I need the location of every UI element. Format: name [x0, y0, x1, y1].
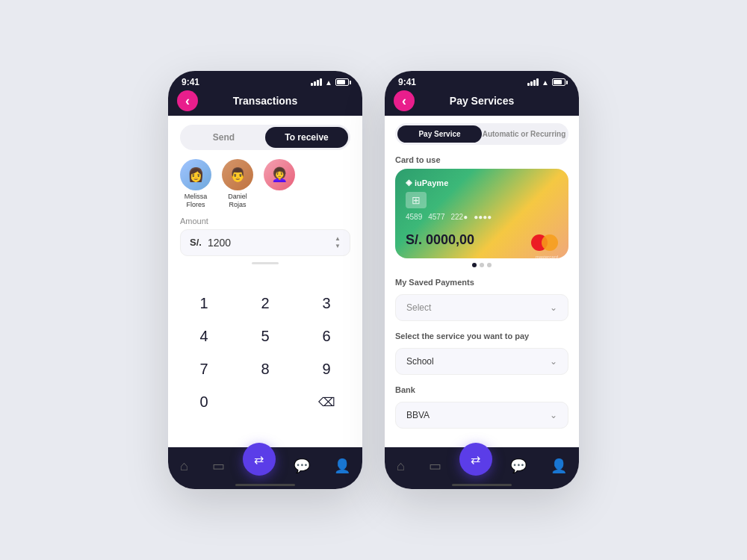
- card-logo: ◈ iuPayme: [406, 178, 558, 187]
- transactions-header: Transactions: [168, 90, 362, 116]
- service-dropdown[interactable]: School ⌄: [395, 348, 568, 375]
- key-2[interactable]: 2: [244, 288, 286, 318]
- numpad-row-2: 4 5 6: [183, 321, 347, 351]
- status-bar-1: 9:41 ▲: [168, 71, 362, 90]
- back-button-2[interactable]: [394, 90, 415, 111]
- contact-name-daniel: DanielRojas: [228, 193, 247, 209]
- status-bar-2: 9:41 ▲: [385, 71, 579, 90]
- amount-value: 1200: [208, 237, 329, 249]
- battery-icon-2: [552, 78, 565, 86]
- send-button[interactable]: Send: [182, 127, 265, 148]
- amount-section: Amount S/. 1200 ▲ ▼: [168, 217, 362, 256]
- status-icons-2: ▲: [527, 78, 565, 87]
- spinner-up[interactable]: ▲: [335, 236, 341, 242]
- send-receive-toggle: Send To receive: [180, 125, 350, 150]
- nav-user-icon[interactable]: 👤: [328, 455, 356, 477]
- status-time-1: 9:41: [182, 77, 199, 87]
- chevron-down-icon-1: ⌄: [550, 302, 557, 313]
- card-number-row: 4589 4577 222● ●●●●: [406, 213, 558, 221]
- chevron-down-icon-3: ⌄: [550, 410, 557, 420]
- key-4[interactable]: 4: [183, 321, 225, 351]
- key-1[interactable]: 1: [183, 288, 225, 318]
- nav-card-icon-2[interactable]: ▭: [423, 455, 447, 477]
- mc-label: mastercard: [536, 255, 558, 258]
- avatar-daniel: 👨: [222, 159, 253, 190]
- key-7[interactable]: 7: [183, 354, 225, 384]
- amount-spinner[interactable]: ▲ ▼: [335, 236, 341, 249]
- amount-label: Amount: [180, 217, 350, 225]
- bottom-nav-1: ⌂ ▭ ⇄ 💬 👤: [168, 447, 362, 489]
- key-9[interactable]: 9: [306, 354, 347, 384]
- tab-pay-service[interactable]: Pay Service: [397, 125, 482, 143]
- backspace-key[interactable]: ⌫: [306, 387, 347, 417]
- key-3[interactable]: 3: [306, 288, 347, 318]
- contacts-row: 👩 MelissaFlores 👨 DanielRojas 👩‍🦱: [168, 159, 362, 209]
- receive-button[interactable]: To receive: [265, 127, 348, 148]
- phone-pay-services: 9:41 ▲ Pay Services Pay S: [385, 71, 579, 489]
- tab-automatic[interactable]: Automatic or Recurring: [482, 125, 566, 143]
- bank-value: BBVA: [406, 410, 430, 420]
- saved-payments-placeholder: Select: [406, 302, 431, 313]
- key-0[interactable]: 0: [183, 387, 225, 417]
- wifi-icon: ▲: [325, 78, 332, 87]
- amount-input-row[interactable]: S/. 1200 ▲ ▼: [180, 229, 350, 256]
- card-logo-text: iuPayme: [415, 178, 448, 187]
- credit-card[interactable]: ◈ iuPayme ⊞ 4589 4577 222● ●●●● S/. 0000…: [395, 169, 568, 258]
- spinner-down[interactable]: ▼: [335, 243, 341, 249]
- home-indicator-1: [235, 484, 295, 486]
- contact-other[interactable]: 👩‍🦱: [264, 159, 295, 209]
- bottom-nav-2: ⌂ ▭ ⇄ 💬 👤: [385, 447, 579, 489]
- card-carousel: ◈ iuPayme ⊞ 4589 4577 222● ●●●● S/. 0000…: [385, 169, 579, 267]
- dot-3: [487, 263, 492, 267]
- card-amount: S/. 0000,00: [406, 232, 474, 248]
- card-num-4: ●●●●: [474, 213, 492, 221]
- status-icons-1: ▲: [311, 78, 349, 87]
- nav-chat-icon-2[interactable]: 💬: [504, 455, 533, 477]
- saved-payments-label: My Saved Payments: [385, 275, 579, 291]
- card-chip: ⊞: [406, 192, 427, 208]
- pay-service-tabs: Pay Service Automatic or Recurring: [395, 123, 568, 145]
- card-logo-icon: ◈: [406, 178, 412, 187]
- dot-1: [472, 263, 477, 267]
- nav-fab-1[interactable]: ⇄: [243, 443, 276, 476]
- card-num-3: 222●: [451, 213, 468, 221]
- currency-label: S/.: [190, 237, 202, 248]
- nav-chat-icon[interactable]: 💬: [288, 455, 316, 477]
- bank-label: Bank: [385, 382, 579, 399]
- contact-melissa[interactable]: 👩 MelissaFlores: [180, 159, 211, 209]
- battery-icon: [335, 78, 349, 86]
- nav-card-icon[interactable]: ▭: [206, 455, 231, 477]
- nav-user-icon-2[interactable]: 👤: [545, 455, 573, 477]
- phone-transactions: 9:41 ▲ Transactions Send To re: [168, 71, 362, 489]
- numpad-row-1: 1 2 3: [183, 288, 347, 318]
- page-title-2: Pay Services: [450, 95, 514, 107]
- home-indicator-2: [452, 484, 512, 486]
- key-6[interactable]: 6: [306, 321, 347, 351]
- contact-daniel[interactable]: 👨 DanielRojas: [222, 159, 253, 209]
- numpad-row-4: 0 ⌫: [183, 387, 347, 417]
- status-time-2: 9:41: [398, 77, 416, 87]
- service-value: School: [406, 356, 434, 367]
- back-button[interactable]: [177, 90, 198, 111]
- card-pagination-dots: [395, 263, 568, 267]
- pay-services-header: Pay Services: [385, 90, 579, 116]
- avatar-melissa: 👩: [180, 159, 211, 190]
- saved-payments-dropdown[interactable]: Select ⌄: [395, 294, 568, 321]
- page-title-1: Transactions: [233, 95, 297, 107]
- mc-orange-circle: [542, 234, 558, 251]
- bank-dropdown[interactable]: BBVA ⌄: [395, 402, 568, 429]
- contact-name-melissa: MelissaFlores: [185, 193, 208, 209]
- nav-home-icon-2[interactable]: ⌂: [391, 455, 411, 477]
- card-num-1: 4589: [406, 213, 422, 221]
- card-num-2: 4577: [428, 213, 444, 221]
- dot-2: [480, 263, 484, 267]
- nav-home-icon[interactable]: ⌂: [174, 455, 194, 477]
- nav-fab-2[interactable]: ⇄: [459, 443, 492, 476]
- key-5[interactable]: 5: [244, 321, 286, 351]
- signal-icon: [311, 78, 322, 86]
- chip-icon: ⊞: [412, 194, 421, 206]
- wifi-icon-2: ▲: [542, 78, 549, 87]
- key-8[interactable]: 8: [244, 354, 286, 384]
- numpad-row-3: 7 8 9: [183, 354, 347, 384]
- avatar-other: 👩‍🦱: [264, 159, 295, 190]
